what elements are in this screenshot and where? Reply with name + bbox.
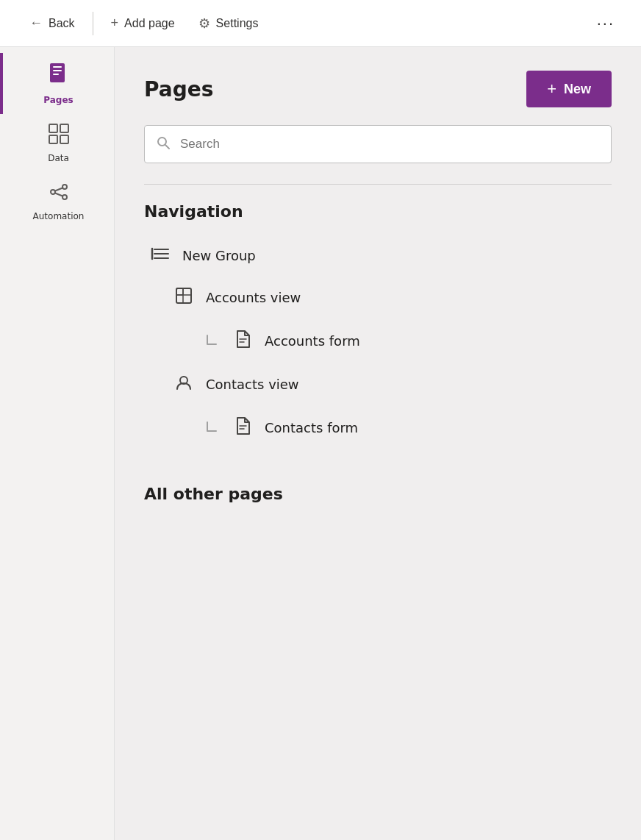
nav-item-new-group-label: New Group (182, 248, 256, 263)
nav-item-accounts-form-label: Accounts form (265, 333, 360, 349)
svg-rect-6 (49, 135, 57, 143)
sub-arrow-icon-1 (203, 332, 221, 350)
more-icon: ··· (597, 14, 615, 32)
page-title: Pages (144, 77, 213, 102)
svg-rect-4 (49, 124, 57, 132)
section-divider (144, 184, 612, 185)
sidebar: Pages Data (0, 47, 115, 840)
sidebar-item-automation[interactable]: Automation (0, 172, 114, 230)
gear-icon: ⚙ (198, 15, 210, 32)
content-area: Pages + New Navigation (115, 47, 641, 840)
svg-rect-7 (60, 135, 68, 143)
sidebar-item-automation-label: Automation (33, 211, 85, 221)
add-page-label: Add page (124, 17, 175, 30)
sidebar-item-pages-label: Pages (43, 95, 73, 105)
new-plus-icon: + (547, 81, 556, 97)
nav-item-new-group[interactable]: New Group (144, 235, 612, 276)
all-other-pages-section: All other pages (144, 485, 612, 503)
nav-item-accounts-form[interactable]: Accounts form (144, 319, 612, 363)
content-header: Pages + New (144, 71, 612, 107)
svg-rect-5 (60, 124, 68, 132)
sidebar-item-pages[interactable]: Pages (0, 53, 114, 114)
navigation-section-title: Navigation (144, 202, 612, 221)
nav-item-accounts-view[interactable]: Accounts view (144, 276, 612, 319)
sidebar-item-data-label: Data (48, 153, 69, 163)
toolbar: ← Back + Add page ⚙ Settings ··· (0, 0, 641, 47)
back-label: Back (49, 17, 75, 30)
search-input[interactable] (144, 125, 612, 163)
back-icon: ← (29, 15, 43, 31)
new-button-label: New (564, 82, 591, 97)
group-icon (150, 246, 171, 266)
new-button[interactable]: + New (526, 71, 612, 107)
nav-item-contacts-form-label: Contacts form (265, 420, 358, 435)
nav-item-contacts-form[interactable]: Contacts form (144, 406, 612, 449)
toolbar-divider (93, 12, 93, 35)
more-options-button[interactable]: ··· (588, 8, 623, 39)
sidebar-item-data[interactable]: Data (0, 114, 114, 172)
svg-point-10 (62, 195, 67, 199)
svg-rect-1 (53, 66, 62, 68)
svg-rect-19 (176, 288, 191, 303)
nav-item-contacts-view-label: Contacts view (206, 377, 299, 392)
svg-rect-3 (53, 74, 59, 75)
settings-button[interactable]: ⚙ Settings (187, 10, 271, 38)
main-layout: Pages Data (0, 47, 641, 840)
sub-arrow-icon-2 (203, 419, 221, 437)
nav-item-contacts-view[interactable]: Contacts view (144, 363, 612, 406)
svg-rect-2 (53, 70, 62, 71)
add-page-button[interactable]: + Add page (99, 10, 187, 37)
data-icon (48, 123, 70, 150)
pages-icon (48, 62, 70, 92)
search-container (144, 125, 612, 163)
contacts-view-icon (173, 373, 194, 396)
add-icon: + (111, 15, 119, 31)
svg-rect-0 (50, 63, 65, 82)
back-button[interactable]: ← Back (18, 10, 87, 37)
automation-icon (48, 181, 70, 208)
svg-line-11 (55, 188, 62, 191)
navigation-section: Navigation New Group (144, 202, 612, 449)
svg-point-9 (62, 185, 67, 189)
svg-rect-20 (176, 288, 183, 295)
accounts-form-icon (232, 330, 253, 352)
all-other-pages-title: All other pages (144, 485, 612, 503)
svg-point-8 (51, 190, 55, 194)
accounts-view-icon (173, 286, 194, 309)
nav-item-accounts-view-label: Accounts view (206, 290, 301, 305)
settings-label: Settings (216, 17, 259, 30)
svg-line-12 (55, 193, 62, 196)
navigation-list: New Group Accounts view (144, 235, 612, 449)
contacts-form-icon (232, 416, 253, 439)
